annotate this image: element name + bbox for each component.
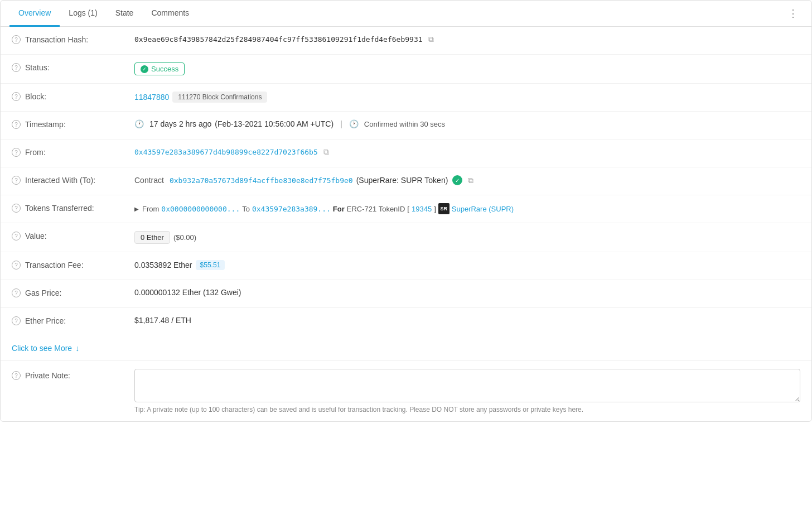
- token-to-address[interactable]: 0x43597e283a389...: [252, 205, 331, 213]
- check-icon: ✓: [141, 65, 148, 73]
- tab-state[interactable]: State: [107, 1, 143, 27]
- label-from: ? From:: [12, 147, 134, 157]
- token-transfer-row: ▶ From 0x0000000000000... To 0x43597e283…: [134, 203, 514, 214]
- value-gas-price: 0.000000132 Ether (132 Gwei): [134, 288, 800, 297]
- row-status: ? Status: ✓ Success: [1, 55, 811, 84]
- contract-prefix: Contract: [134, 176, 164, 185]
- transaction-hash-value: 0x9eae69c8f439857842d25f284987404fc97ff5…: [134, 35, 423, 44]
- token-id-bracket-close: ]: [434, 205, 436, 213]
- value-status: ✓ Success: [134, 62, 800, 75]
- help-icon-to[interactable]: ?: [12, 176, 21, 185]
- token-id-link[interactable]: 19345: [412, 205, 432, 213]
- contract-name: (SuperRare: SUPR Token): [356, 176, 448, 185]
- transaction-detail-panel: Overview Logs (1) State Comments ⋮ ? Tra…: [0, 0, 812, 422]
- fee-amount: 0.0353892 Ether: [134, 261, 192, 270]
- label-ether-price: ? Ether Price:: [12, 316, 134, 325]
- row-tokens-transferred: ? Tokens Transferred: ▶ From 0x000000000…: [1, 195, 811, 223]
- value-usd: ($0.00): [173, 233, 196, 242]
- gas-price-value: 0.000000132 Ether (132 Gwei): [134, 288, 241, 297]
- clock-icon: 🕐: [134, 119, 144, 128]
- token-name-link[interactable]: SuperRare (SUPR): [452, 205, 514, 213]
- row-from: ? From: 0x43597e283a389677d4b98899ce8227…: [1, 139, 811, 167]
- value-tokens-transferred: ▶ From 0x0000000000000... To 0x43597e283…: [134, 203, 800, 214]
- label-timestamp: ? Timestamp:: [12, 119, 134, 129]
- confirmations-badge: 111270 Block Confirmations: [172, 92, 267, 103]
- help-icon-tokens[interactable]: ?: [12, 204, 21, 213]
- value-transaction-fee: 0.0353892 Ether $55.51: [134, 260, 800, 270]
- tab-overview[interactable]: Overview: [9, 1, 60, 27]
- label-private-note: ? Private Note:: [12, 369, 134, 380]
- row-block: ? Block: 11847880 111270 Block Confirmat…: [1, 84, 811, 112]
- tab-comments[interactable]: Comments: [142, 1, 198, 27]
- label-value: ? Value:: [12, 231, 134, 240]
- from-address-link[interactable]: 0x43597e283a389677d4b98899ce8227d7023f66…: [134, 148, 318, 156]
- private-note-input-container: Tip: A private note (up to 100 character…: [134, 369, 800, 413]
- copy-contract-button[interactable]: ⧉: [468, 176, 473, 185]
- value-timestamp: 🕐 17 days 2 hrs ago (Feb-13-2021 10:56:0…: [134, 119, 800, 128]
- for-label: For: [333, 205, 345, 213]
- help-icon-private-note[interactable]: ?: [12, 371, 21, 380]
- help-icon-timestamp[interactable]: ?: [12, 120, 21, 129]
- contract-address-link[interactable]: 0xb932a70a57673d89f4acffbe830e8ed7f75fb9…: [170, 176, 353, 185]
- to-label: To: [242, 205, 250, 213]
- tab-logs[interactable]: Logs (1): [60, 1, 106, 27]
- value-from: 0x43597e283a389677d4b98899ce8227d7023f66…: [134, 147, 800, 157]
- help-icon-value[interactable]: ?: [12, 232, 21, 240]
- help-icon-fee[interactable]: ?: [12, 261, 21, 270]
- value-block: 11847880 111270 Block Confirmations: [134, 92, 800, 103]
- timestamp-date: (Feb-13-2021 10:56:00 AM +UTC): [215, 119, 334, 128]
- value-transaction-hash: 0x9eae69c8f439857842d25f284987404fc97ff5…: [134, 35, 800, 44]
- value-badge: 0 Ether: [134, 231, 170, 244]
- transfer-arrow-icon: ▶: [134, 206, 139, 212]
- label-transaction-hash: ? Transaction Hash:: [12, 35, 134, 44]
- row-transaction-hash: ? Transaction Hash: 0x9eae69c8f439857842…: [1, 27, 811, 55]
- help-icon-from[interactable]: ?: [12, 148, 21, 157]
- block-number-link[interactable]: 11847880: [134, 93, 169, 102]
- help-icon-block[interactable]: ?: [12, 92, 21, 101]
- token-type: ERC-721 TokenID: [347, 205, 405, 213]
- info-clock-icon: 🕐: [349, 119, 359, 128]
- label-gas-price: ? Gas Price:: [12, 288, 134, 297]
- click-to-see-more[interactable]: Click to see More ↓: [1, 336, 90, 360]
- help-icon-ether-price[interactable]: ?: [12, 316, 21, 325]
- help-icon-txhash[interactable]: ?: [12, 35, 21, 44]
- help-icon-status[interactable]: ?: [12, 63, 21, 72]
- token-from-address[interactable]: 0x0000000000000...: [161, 205, 240, 213]
- row-ether-price: ? Ether Price: $1,817.48 / ETH: [1, 308, 811, 336]
- private-note-row: ? Private Note: Tip: A private note (up …: [12, 369, 800, 413]
- row-interacted-with: ? Interacted With (To): Contract 0xb932a…: [1, 167, 811, 195]
- label-tokens-transferred: ? Tokens Transferred:: [12, 203, 134, 213]
- status-badge: ✓ Success: [134, 62, 185, 75]
- from-label: From: [142, 205, 159, 213]
- confirmed-text: Confirmed within 30 secs: [364, 120, 445, 128]
- sr-badge: SR: [438, 203, 450, 214]
- private-note-section: ? Private Note: Tip: A private note (up …: [1, 360, 811, 421]
- token-id-bracket-open: [: [407, 205, 409, 213]
- tab-bar: Overview Logs (1) State Comments ⋮: [1, 1, 811, 27]
- arrow-down-icon: ↓: [75, 344, 79, 353]
- info-table: ? Transaction Hash: 0x9eae69c8f439857842…: [1, 27, 811, 336]
- fee-usd-badge: $55.51: [196, 260, 225, 270]
- value-value: 0 Ether ($0.00): [134, 231, 800, 244]
- ether-price-value: $1,817.48 / ETH: [134, 316, 191, 325]
- row-value: ? Value: 0 Ether ($0.00): [1, 223, 811, 252]
- private-note-tip: Tip: A private note (up to 100 character…: [134, 406, 800, 413]
- value-ether-price: $1,817.48 / ETH: [134, 316, 800, 325]
- timestamp-ago: 17 days 2 hrs ago: [149, 119, 211, 128]
- help-icon-gas[interactable]: ?: [12, 288, 21, 297]
- copy-txhash-button[interactable]: ⧉: [428, 35, 434, 44]
- label-interacted-with: ? Interacted With (To):: [12, 175, 134, 185]
- private-note-input[interactable]: [134, 369, 800, 402]
- tabs-menu-button[interactable]: ⋮: [784, 3, 803, 24]
- row-timestamp: ? Timestamp: 🕐 17 days 2 hrs ago (Feb-13…: [1, 112, 811, 139]
- row-transaction-fee: ? Transaction Fee: 0.0353892 Ether $55.5…: [1, 252, 811, 280]
- label-block: ? Block:: [12, 92, 134, 101]
- copy-from-button[interactable]: ⧉: [323, 147, 329, 157]
- timestamp-separator: |: [340, 119, 342, 128]
- value-interacted-with: Contract 0xb932a70a57673d89f4acffbe830e8…: [134, 175, 800, 185]
- row-gas-price: ? Gas Price: 0.000000132 Ether (132 Gwei…: [1, 280, 811, 308]
- label-status: ? Status:: [12, 62, 134, 72]
- verified-icon: ✓: [452, 175, 462, 185]
- label-transaction-fee: ? Transaction Fee:: [12, 260, 134, 270]
